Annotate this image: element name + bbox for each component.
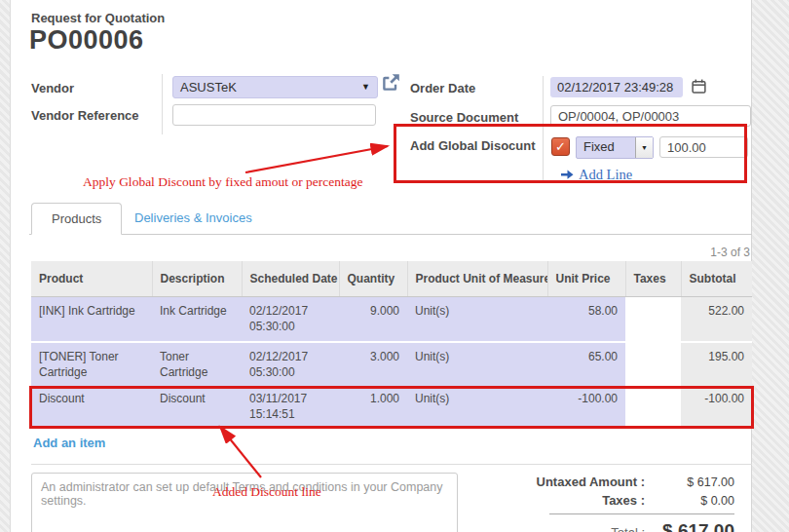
col-taxes: Taxes bbox=[625, 261, 681, 297]
total-label: Total : bbox=[512, 525, 645, 532]
col-subtotal: Subtotal bbox=[681, 261, 752, 297]
form-separator-left bbox=[162, 74, 163, 134]
tab-deliveries-invoices[interactable]: Deliveries & Invoices bbox=[121, 203, 266, 235]
cell-scheduled-date: 02/12/2017 05:30:00 bbox=[242, 342, 339, 388]
cell-scheduled-date: 02/12/2017 05:30:00 bbox=[242, 297, 339, 343]
vendor-select-value: ASUSTeK bbox=[180, 80, 237, 95]
cell-subtotal: 522.00 bbox=[681, 297, 752, 343]
cell-taxes bbox=[625, 388, 681, 426]
col-scheduled-date: Scheduled Date bbox=[242, 261, 339, 297]
cell-subtotal: -100.00 bbox=[681, 388, 752, 426]
taxes-value: $ 0.00 bbox=[645, 494, 734, 508]
untaxed-amount-label: Untaxed Amount : bbox=[512, 475, 645, 489]
chevron-down-icon: ▼ bbox=[635, 137, 653, 158]
vendor-reference-label: Vendor Reference bbox=[31, 108, 139, 123]
cell-description: Toner Cartridge bbox=[152, 342, 242, 388]
cell-quantity: 1.000 bbox=[339, 388, 407, 426]
col-quantity: Quantity bbox=[339, 261, 407, 297]
terms-conditions-textarea[interactable]: An administrator can set up default Term… bbox=[31, 473, 458, 532]
annotation-global-discount: Apply Global Discount by fixed amout or … bbox=[83, 174, 363, 190]
arrow-right-icon bbox=[561, 170, 574, 180]
discount-type-value: Fixed bbox=[577, 137, 635, 158]
order-date-label: Order Date bbox=[410, 81, 475, 95]
cell-quantity: 9.000 bbox=[339, 297, 407, 343]
taxes-label: Taxes : bbox=[512, 493, 645, 508]
table-row-discount[interactable]: Discount Discount 03/11/2017 15:14:51 1.… bbox=[31, 388, 752, 426]
cell-unit-price: -100.00 bbox=[547, 388, 625, 426]
source-document-label: Source Document bbox=[410, 110, 518, 125]
annotation-discount-line: Added Discount line bbox=[212, 484, 321, 500]
table-row-toner[interactable]: [TONER] Toner Cartridge Toner Cartridge … bbox=[31, 342, 752, 388]
untaxed-amount-value: $ 617.00 bbox=[645, 475, 734, 489]
global-discount-checkbox[interactable]: ✓ bbox=[551, 137, 570, 156]
cell-scheduled-date: 03/11/2017 15:14:51 bbox=[242, 388, 339, 426]
order-date-input[interactable]: 02/12/2017 23:49:28 bbox=[550, 77, 683, 97]
cell-description: Discount bbox=[152, 388, 242, 426]
add-an-item-link[interactable]: Add an item bbox=[31, 428, 148, 458]
col-uom: Product Unit of Measure bbox=[407, 261, 547, 297]
external-link-icon[interactable] bbox=[382, 73, 400, 92]
cell-unit-price: 65.00 bbox=[547, 342, 625, 388]
discount-amount-input[interactable] bbox=[659, 136, 748, 158]
source-document-input[interactable] bbox=[550, 105, 751, 127]
vendor-label: Vendor bbox=[31, 81, 74, 95]
total-value: $ 617.00 bbox=[645, 520, 734, 532]
cell-product: [TONER] Toner Cartridge bbox=[31, 342, 152, 388]
cell-quantity: 3.000 bbox=[339, 342, 407, 388]
order-date-value: 02/12/2017 23:49:28 bbox=[557, 80, 673, 95]
pager: 1-3 of 3 bbox=[623, 246, 750, 259]
add-line-label: Add Line bbox=[579, 167, 632, 183]
tab-bar: Products Deliveries & Invoices bbox=[29, 203, 752, 235]
page-title: PO00006 bbox=[29, 25, 144, 56]
cell-description: Ink Cartridge bbox=[152, 297, 242, 343]
chevron-down-icon: ▼ bbox=[361, 83, 370, 92]
document-type-label: Request for Quotation bbox=[31, 11, 165, 25]
col-unit-price: Unit Price bbox=[547, 261, 625, 297]
cell-subtotal: 195.00 bbox=[681, 342, 752, 388]
col-description: Description bbox=[152, 261, 242, 297]
totals-block: Untaxed Amount : $ 617.00 Taxes : $ 0.00… bbox=[512, 473, 752, 532]
discount-type-select[interactable]: Fixed ▼ bbox=[576, 136, 654, 159]
cell-taxes bbox=[625, 342, 681, 388]
order-lines-table: Product Description Scheduled Date Quant… bbox=[31, 261, 752, 428]
global-discount-label: Add Global Disocunt bbox=[410, 138, 536, 153]
cell-uom: Unit(s) bbox=[407, 342, 547, 388]
checkmark-icon: ✓ bbox=[555, 139, 566, 154]
cell-taxes bbox=[625, 297, 681, 343]
vendor-reference-input[interactable] bbox=[172, 104, 376, 126]
table-header-row: Product Description Scheduled Date Quant… bbox=[31, 261, 752, 297]
vendor-select[interactable]: ASUSTeK ▼ bbox=[172, 76, 378, 98]
totals-divider bbox=[549, 513, 734, 514]
form-separator-right bbox=[543, 76, 544, 183]
cell-product: [INK] Ink Cartridge bbox=[31, 297, 152, 343]
cell-uom: Unit(s) bbox=[407, 388, 547, 426]
cell-uom: Unit(s) bbox=[407, 297, 547, 343]
table-row-ink[interactable]: [INK] Ink Cartridge Ink Cartridge 02/12/… bbox=[31, 297, 752, 343]
calendar-icon[interactable] bbox=[692, 79, 706, 94]
col-product: Product bbox=[31, 261, 152, 297]
cell-unit-price: 58.00 bbox=[547, 297, 625, 343]
add-line-link[interactable]: Add Line bbox=[561, 167, 632, 183]
tab-products[interactable]: Products bbox=[31, 203, 122, 235]
cell-product: Discount bbox=[31, 388, 152, 426]
